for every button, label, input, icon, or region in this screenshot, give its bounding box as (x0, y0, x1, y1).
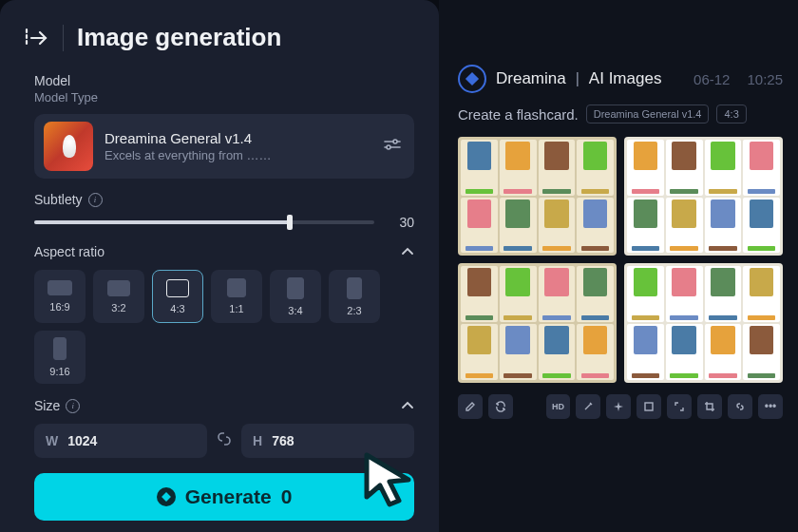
page-title: Image generation (77, 23, 281, 52)
model-thumbnail (44, 122, 93, 171)
divider (63, 25, 64, 51)
aspect-ratio-16-9[interactable]: 16:9 (34, 270, 86, 323)
brand-icon (458, 65, 486, 93)
generation-panel: Image generation Model Model Type Dreami… (0, 0, 439, 532)
more-icon[interactable]: ••• (758, 394, 783, 419)
ratio-shape-icon (347, 277, 362, 299)
aspect-ratio-label: Aspect ratio (34, 244, 104, 259)
width-input[interactable]: W 1024 (34, 424, 207, 458)
ratio-label: 16:9 (49, 301, 69, 313)
panel-header: Image generation (0, 0, 439, 67)
ratio-shape-icon (287, 277, 304, 299)
subtlety-slider[interactable] (34, 220, 374, 224)
ratio-label: 1:1 (229, 303, 243, 314)
model-chip: Dreamina General v1.4 (586, 104, 710, 124)
generate-label: Generate (185, 485, 272, 508)
ratio-label: 2:3 (347, 305, 361, 316)
ratio-label: 3:4 (288, 305, 302, 316)
ratio-label: 4:3 (170, 303, 184, 314)
expand-icon[interactable] (25, 27, 49, 49)
ratio-shape-icon (48, 280, 72, 295)
info-icon[interactable]: i (88, 193, 103, 207)
aspect-ratio-1-1[interactable]: 1:1 (211, 270, 262, 323)
result-toolbar: HD ••• (458, 394, 783, 419)
ratio-label: 9:16 (49, 366, 69, 377)
edit-icon[interactable] (458, 394, 483, 419)
ratio-shape-icon (107, 280, 130, 296)
image-grid (458, 137, 783, 383)
sliders-icon[interactable] (380, 134, 405, 159)
results-panel: Dreamina | AI Images 06-12 10:25 Create … (439, 0, 798, 532)
prompt-row: Create a flashcard. Dreamina General v1.… (458, 104, 783, 124)
refresh-icon[interactable] (488, 394, 513, 419)
results-header: Dreamina | AI Images 06-12 10:25 (458, 65, 783, 93)
result-image[interactable] (624, 263, 783, 382)
svg-rect-6 (645, 403, 653, 410)
model-name: Dreamina General v1.4 (104, 130, 369, 146)
generate-button[interactable]: Generate 0 (34, 473, 414, 521)
aspect-ratio-9-16[interactable]: 9:16 (34, 331, 86, 384)
aspect-ratio-2-3[interactable]: 2:3 (329, 270, 380, 323)
slider-handle[interactable] (287, 215, 293, 230)
ratio-chip: 4:3 (716, 104, 746, 124)
link-icon[interactable] (728, 394, 752, 419)
result-image[interactable] (458, 263, 617, 382)
expand-icon[interactable] (667, 394, 692, 419)
model-description: Excels at everything from …… (104, 148, 369, 162)
aspect-ratio-3-2[interactable]: 3:2 (93, 270, 144, 323)
ratio-shape-icon (227, 278, 246, 297)
chevron-up-icon[interactable] (401, 243, 414, 260)
prompt-text: Create a flashcard. (458, 106, 579, 123)
result-date: 06-12 (694, 71, 730, 87)
width-value: 1024 (67, 433, 97, 448)
ratio-shape-icon (53, 337, 66, 360)
height-value: 768 (272, 433, 294, 448)
result-image[interactable] (458, 137, 617, 256)
result-time: 10:25 (747, 71, 783, 87)
hd-button[interactable]: HD (546, 394, 570, 419)
ratio-shape-icon (166, 279, 189, 297)
subtlety-label: Subtlety i (34, 192, 414, 207)
frame-icon[interactable] (636, 394, 661, 419)
generate-count: 0 (281, 485, 293, 508)
model-card[interactable]: Dreamina General v1.4 Excels at everythi… (34, 114, 414, 179)
ratio-label: 3:2 (111, 302, 125, 314)
subtlety-value: 30 (388, 215, 414, 230)
chevron-up-icon[interactable] (401, 397, 414, 414)
svg-point-3 (393, 140, 397, 143)
wand-icon[interactable] (576, 394, 600, 419)
svg-point-5 (387, 145, 390, 149)
brand-name: Dreamina (496, 69, 566, 88)
link-icon[interactable] (217, 431, 232, 450)
crop-icon[interactable] (697, 394, 722, 419)
section-name: AI Images (589, 69, 662, 88)
model-section-sublabel: Model Type (34, 90, 414, 104)
aspect-ratio-4-3[interactable]: 4:3 (152, 270, 203, 323)
aspect-ratio-3-4[interactable]: 3:4 (270, 270, 321, 323)
sparkle-icon (157, 487, 176, 506)
aspect-ratio-grid: 16:93:24:31:13:42:39:16 (34, 270, 414, 384)
info-icon[interactable]: i (66, 399, 80, 413)
model-section-label: Model (34, 73, 414, 88)
result-image[interactable] (624, 137, 783, 256)
height-input[interactable]: H 768 (241, 424, 414, 458)
size-label: Size i (34, 398, 80, 413)
sparkle-icon[interactable] (606, 394, 631, 419)
